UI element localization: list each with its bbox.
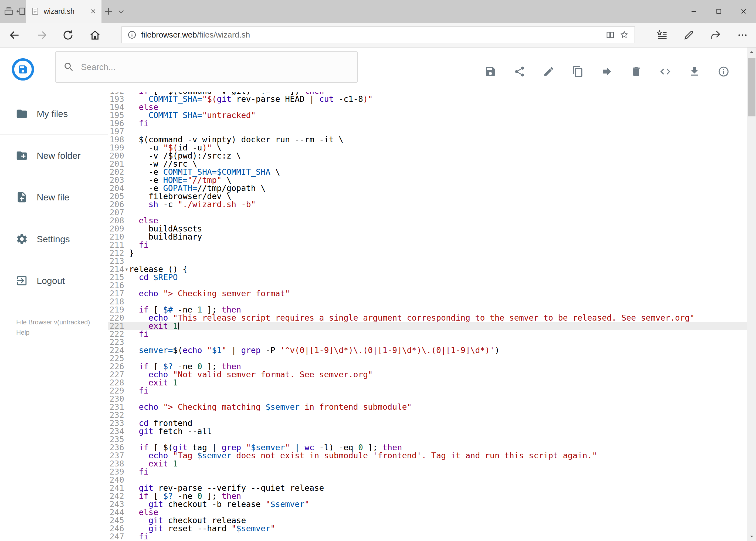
home-button[interactable] [89,29,101,41]
code-line[interactable]: 240 [108,476,747,484]
code-line[interactable]: 212} [108,249,747,257]
move-button[interactable] [601,66,613,78]
download-button[interactable] [688,66,700,78]
fold-arrow-icon[interactable]: ▾ [124,265,129,273]
code-line[interactable]: 213 [108,257,747,265]
code-line[interactable]: 241 git rev-parse --verify --quiet relea… [108,484,747,492]
code-line[interactable]: 210 buildBinary [108,233,747,241]
delete-button[interactable] [630,66,642,78]
code-line[interactable]: 198 $(command -v winpty) docker run --rm… [108,136,747,144]
sidebar-item-new-folder[interactable]: New folder [0,135,108,176]
set-tabs-aside-icon[interactable] [16,6,26,16]
code-line[interactable]: 224 semver=$(echo "$1" | grep -P '^v(0|[… [108,346,747,354]
browser-tab[interactable]: wizard.sh [26,0,102,23]
code-line[interactable]: 215 cd $REPO [108,273,747,281]
minimize-button[interactable] [681,0,706,23]
scrollbar-thumb[interactable] [748,58,755,116]
share-file-button[interactable] [514,66,526,78]
vertical-scrollbar[interactable] [747,48,756,541]
search-input[interactable] [81,62,350,72]
tab-close-icon[interactable] [90,8,97,15]
share-icon[interactable] [710,29,721,41]
line-number: 204 [108,184,124,192]
code-line[interactable]: 219 if [ $# -ne 1 ]; then [108,306,747,314]
edit-button[interactable] [543,66,555,78]
code-line[interactable]: 194 else [108,103,747,111]
code-line[interactable]: 244 else [108,508,747,516]
new-tab-button[interactable] [104,6,114,16]
scroll-down-icon[interactable] [747,532,756,541]
copy-button[interactable] [572,66,584,78]
more-menu-icon[interactable] [737,29,748,41]
filebrowser-logo-icon[interactable] [11,58,35,81]
code-line[interactable]: 236 if [ $(git tag | grep "$semver" | wc… [108,443,747,452]
sidebar-item-settings[interactable]: Settings [0,218,108,260]
code-line[interactable]: 229 fi [108,387,747,395]
code-line[interactable]: 222 fi [108,330,747,338]
sidebar-item-my-files[interactable]: My files [0,93,108,135]
save-button[interactable] [484,66,496,78]
code-line[interactable]: 193 COMMIT_SHA="$(git rev-parse HEAD | c… [108,95,747,103]
code-line[interactable]: 239 fi [108,468,747,476]
code-line[interactable]: 217 echo "> Checking semver format" [108,289,747,297]
page-info-icon[interactable] [127,30,137,40]
code-line[interactable]: 247 fi [108,533,747,541]
reading-view-icon[interactable] [606,30,615,40]
scroll-up-icon[interactable] [747,48,756,57]
code-line[interactable]: 228 exit 1 [108,379,747,387]
code-line[interactable]: 245 git checkout release [108,516,747,525]
code-line[interactable]: 220 echo "This release script requires a… [108,314,747,322]
code-line[interactable]: 199 -u "$(id -u)" \ [108,144,747,152]
code-line[interactable]: 202 -e COMMIT_SHA=$COMMIT_SHA \ [108,168,747,176]
code-line[interactable]: 200 -v /$(pwd):/src:z \ [108,152,747,160]
code-line[interactable]: 232 [108,411,747,419]
favorites-hub-icon[interactable] [656,29,668,41]
code-line[interactable]: 208 else [108,217,747,225]
info-button[interactable] [718,66,730,78]
sidebar-item-new-file[interactable]: New file [0,176,108,218]
code-line[interactable]: 221 exit 1 [108,322,747,330]
raw-code-button[interactable] [659,66,671,78]
code-line[interactable]: 218 [108,297,747,306]
code-line[interactable]: 234 git fetch --all [108,427,747,435]
refresh-button[interactable] [62,29,74,41]
code-line[interactable]: 237 echo "Tag $semver does not exist in … [108,452,747,460]
code-line[interactable]: 243 git checkout -b release "$semver" [108,500,747,508]
code-line[interactable]: 223 [108,338,747,346]
code-line[interactable]: 203 -e HOME="//tmp" \ [108,176,747,184]
code-line[interactable]: 196 fi [108,119,747,128]
code-line[interactable]: 211 fi [108,241,747,249]
code-line[interactable]: 225 [108,354,747,362]
code-line[interactable]: 206 sh -c "./wizard.sh -b" [108,201,747,209]
code-line[interactable]: 226 if [ $? -ne 0 ]; then [108,362,747,370]
code-line[interactable]: 242 if [ $? -ne 0 ]; then [108,492,747,500]
back-button[interactable] [9,29,21,41]
code-line[interactable]: 205 filebrowser/dev \ [108,192,747,201]
tab-preview-icon[interactable] [4,6,14,16]
code-line[interactable]: 235 [108,435,747,443]
web-note-icon[interactable] [683,29,694,41]
code-line[interactable]: 201 -w //src \ [108,160,747,168]
code-line[interactable]: 207 [108,209,747,217]
help-link[interactable]: Help [16,327,108,337]
sidebar-item-logout[interactable]: Logout [0,260,108,301]
code-line[interactable]: 209 buildAssets [108,225,747,233]
code-line[interactable]: 204 -e GOPATH=//tmp/gopath \ [108,184,747,192]
code-line[interactable]: 233 cd frontend [108,419,747,427]
address-bar[interactable]: filebrowser.web/files/wizard.sh [122,26,635,43]
code-line[interactable]: 231 echo "> Checking matching $semver in… [108,403,747,411]
favorite-star-icon[interactable] [620,30,629,40]
code-line[interactable]: 238 exit 1 [108,460,747,468]
code-line[interactable]: 195 COMMIT_SHA="untracked" [108,111,747,119]
code-line[interactable]: 246 git reset --hard "$semver" [108,525,747,533]
maximize-button[interactable] [706,0,731,23]
code-line[interactable]: 230 [108,395,747,403]
close-button[interactable] [731,0,756,23]
code-editor[interactable]: 192 if [ "$(command -v git)" != "" ]; th… [108,92,747,541]
code-line[interactable]: 227 echo "Not valid semver format. See s… [108,370,747,379]
forward-button[interactable] [36,29,48,41]
code-line[interactable]: 214▾release () { [108,265,747,273]
code-line[interactable]: 216 [108,281,747,289]
tab-preview-chevron-icon[interactable] [117,8,125,16]
code-line[interactable]: 197 [108,128,747,136]
